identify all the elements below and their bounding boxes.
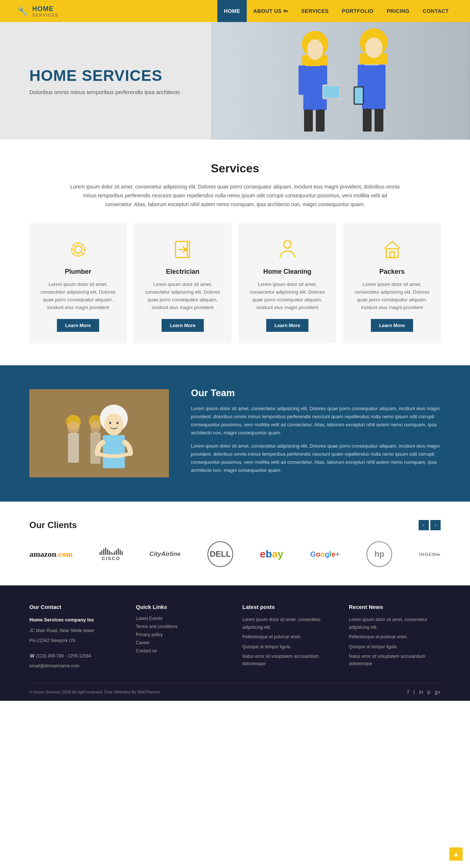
door-icon bbox=[172, 238, 194, 261]
team-content: Our Team Lorem ipsum dolor sit amet, con… bbox=[191, 387, 441, 480]
cisco-bars bbox=[100, 548, 123, 555]
team-section: Our Team Lorem ipsum dolor sit amet, con… bbox=[0, 365, 470, 502]
latest-post-1: Lorem ipsum dolor sit amet, consectetur … bbox=[242, 616, 334, 631]
footer-top: Our Contact Home Services company Inc JC… bbox=[29, 604, 441, 683]
recent-news-3: Quisque at tempor ligula bbox=[349, 643, 441, 650]
footer-contact-col: Our Contact Home Services company Inc JC… bbox=[29, 604, 121, 672]
amazon-text: amazon.com bbox=[29, 549, 73, 559]
svg-point-36 bbox=[90, 421, 101, 433]
service-card-packers: Packers Lorem ipsum dolor sit amet, cons… bbox=[343, 223, 441, 343]
nav-pricing[interactable]: PRICING bbox=[380, 0, 416, 22]
footer-quicklinks-col: Quick Links Latest Events Terms and cond… bbox=[136, 604, 228, 672]
latest-post-4: Natus error sit voluptatem accusantium d… bbox=[242, 653, 334, 668]
latest-post-2: Pellentesque et pulvinar enim. bbox=[242, 633, 334, 641]
team-para2: Lorem ipsum dolor sit amet, consectetur … bbox=[191, 442, 441, 474]
electrician-desc: Lorem ipsum dolor sit amet, consectetur … bbox=[142, 281, 224, 311]
service-cards: Plumber Lorem ipsum dolor sit amet, cons… bbox=[29, 223, 441, 343]
hero-image bbox=[212, 22, 470, 140]
services-intro: Lorem ipsum dolor sit amet, consectetur … bbox=[70, 183, 400, 209]
nav-portfolio[interactable]: PORTFOLIO bbox=[335, 0, 380, 22]
client-logo-dell: DELL bbox=[207, 541, 233, 567]
footer: Our Contact Home Services company Inc JC… bbox=[0, 585, 470, 701]
svg-rect-20 bbox=[375, 109, 383, 132]
house-icon bbox=[381, 238, 403, 261]
svg-point-41 bbox=[116, 422, 119, 424]
svg-point-27 bbox=[284, 241, 291, 248]
service-card-plumber: Plumber Lorem ipsum dolor sit amet, cons… bbox=[29, 223, 127, 343]
svg-rect-42 bbox=[103, 435, 125, 468]
navbar: 🔧 HOME SERVICES HOME ABOUT US ▾ SERVICES… bbox=[0, 0, 470, 22]
footer-quicklinks-heading: Quick Links bbox=[136, 604, 228, 610]
cleaning-title: Home Cleaning bbox=[263, 268, 311, 276]
svg-point-39 bbox=[104, 413, 123, 435]
linkedin-icon[interactable]: in bbox=[419, 689, 423, 695]
footer-recent-heading: Recent News bbox=[349, 604, 441, 610]
service-card-cleaning: Home Cleaning Lorem ipsum dolor sit amet… bbox=[239, 223, 336, 343]
twitter-icon[interactable]: t bbox=[413, 689, 415, 695]
service-card-electrician: Electrician Lorem ipsum dolor sit amet, … bbox=[134, 223, 231, 343]
nav-about[interactable]: ABOUT US ▾ bbox=[247, 0, 295, 22]
svg-point-5 bbox=[307, 39, 323, 60]
svg-rect-12 bbox=[324, 86, 339, 98]
svg-point-24 bbox=[72, 243, 85, 256]
googleplus-icon[interactable]: g+ bbox=[435, 689, 441, 695]
plumber-learn-more[interactable]: Learn More bbox=[57, 319, 99, 332]
nav-contact[interactable]: CONTACT bbox=[416, 0, 455, 22]
company-pincode: Pin-21542 Newyork US. bbox=[29, 637, 121, 644]
clients-heading: Our Clients bbox=[29, 520, 77, 530]
plumber-title: Plumber bbox=[65, 268, 91, 276]
services-heading: Services bbox=[29, 162, 441, 175]
hero-title: HOME SERVICES bbox=[29, 67, 180, 85]
client-logo-cisco: CISCO bbox=[100, 541, 123, 567]
footer-recent-col: Recent News Lorem ipsum dolor sit amet, … bbox=[349, 604, 441, 672]
client-logo-hp: hp bbox=[366, 541, 392, 567]
ingeni-text: INGENI▸ bbox=[419, 552, 441, 557]
plumber-desc: Lorem ipsum dolor sit amet, consectetur … bbox=[37, 281, 119, 311]
logo-services-text: SERVICES bbox=[32, 13, 58, 17]
logo-home-text: HOME bbox=[32, 5, 58, 13]
client-logo-google: Google+ bbox=[310, 541, 340, 567]
logo: 🔧 HOME SERVICES bbox=[15, 4, 58, 18]
hero-subtitle: Doloribus omnis minus temporibus perfere… bbox=[29, 89, 180, 95]
cleaning-desc: Lorem ipsum dolor sit amet, consectetur … bbox=[246, 281, 328, 311]
svg-rect-2 bbox=[212, 22, 469, 140]
facebook-icon[interactable]: f bbox=[408, 689, 409, 695]
quicklink-career[interactable]: Career bbox=[136, 640, 228, 645]
recent-news-4: Natus error sit voluptatem accusantium d… bbox=[349, 653, 441, 668]
company-phone: (123) 456-789 - 1255-12584 bbox=[29, 652, 121, 660]
logo-icon: 🔧 bbox=[15, 4, 29, 18]
packers-learn-more[interactable]: Learn More bbox=[371, 319, 413, 332]
client-logo-cityairline: CityAirline bbox=[149, 541, 181, 567]
svg-rect-18 bbox=[378, 65, 386, 94]
cleaning-learn-more[interactable]: Learn More bbox=[266, 319, 308, 332]
footer-latest-col: Latest posts Lorem ipsum dolor sit amet,… bbox=[242, 604, 334, 672]
svg-point-33 bbox=[68, 421, 79, 434]
quicklink-latest-events[interactable]: Latest Events bbox=[136, 616, 228, 621]
nav-services[interactable]: SERVICES bbox=[295, 0, 336, 22]
dell-text: DELL bbox=[210, 549, 231, 559]
hero-content: HOME SERVICES Doloribus omnis minus temp… bbox=[0, 67, 209, 95]
hero-section: HOME SERVICES Doloribus omnis minus temp… bbox=[0, 22, 470, 140]
quicklink-contact[interactable]: Contact us bbox=[136, 648, 228, 653]
cityairline-text: CityAirline bbox=[149, 550, 181, 558]
pinterest-icon[interactable]: p bbox=[427, 689, 430, 695]
gear-icon bbox=[67, 238, 89, 261]
copyright-text: © Home Services 2018 All right reserved.… bbox=[29, 690, 160, 694]
svg-point-23 bbox=[75, 246, 82, 253]
svg-point-40 bbox=[109, 422, 111, 424]
services-section: Services Lorem ipsum dolor sit amet, con… bbox=[0, 140, 470, 365]
clients-section: Our Clients ‹ › amazon.com CISCO CityAir… bbox=[0, 502, 470, 585]
team-heading: Our Team bbox=[191, 387, 441, 399]
electrician-learn-more[interactable]: Learn More bbox=[162, 319, 203, 332]
nav-home[interactable]: HOME bbox=[217, 0, 247, 22]
recent-news-1: Lorem ipsum dolor sit amet, consectetur … bbox=[349, 616, 441, 631]
carousel-next[interactable]: › bbox=[430, 520, 441, 530]
quicklink-privacy[interactable]: Privacy policy bbox=[136, 632, 228, 637]
company-email: email@domainname.com bbox=[29, 662, 121, 670]
svg-rect-28 bbox=[386, 249, 398, 258]
svg-rect-7 bbox=[299, 65, 306, 95]
svg-point-15 bbox=[365, 37, 383, 58]
quicklink-terms[interactable]: Terms and conditions bbox=[136, 624, 228, 629]
footer-latest-heading: Latest posts bbox=[242, 604, 334, 610]
carousel-prev[interactable]: ‹ bbox=[419, 520, 429, 530]
